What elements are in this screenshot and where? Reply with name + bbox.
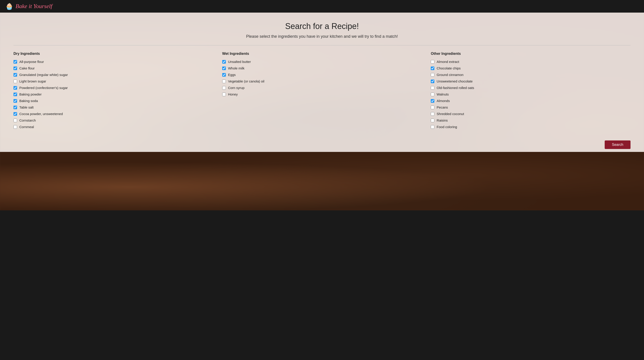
- wet-ingredients-title: Wet Ingredients: [222, 52, 422, 56]
- dry-label-0[interactable]: All-purpose flour: [19, 60, 44, 64]
- list-item[interactable]: All-purpose flour: [14, 60, 213, 64]
- list-item[interactable]: Walnuts: [431, 92, 630, 96]
- other-label-4[interactable]: Old-fashioned rolled oats: [436, 86, 474, 90]
- dry-label-8[interactable]: Cocoa powder, unsweetened: [19, 112, 63, 116]
- navbar: 🧁 Bake it Yourself: [0, 0, 644, 12]
- dry-checkbox-2[interactable]: [14, 73, 17, 77]
- list-item[interactable]: Cocoa powder, unsweetened: [14, 112, 213, 116]
- dry-label-5[interactable]: Baking powder: [19, 92, 42, 96]
- search-button[interactable]: Search: [605, 140, 630, 149]
- other-label-10[interactable]: Food coloring: [436, 125, 457, 129]
- wet-label-5[interactable]: Honey: [228, 92, 238, 96]
- list-item[interactable]: Baking soda: [14, 99, 213, 103]
- other-label-5[interactable]: Walnuts: [436, 92, 449, 96]
- wet-checkbox-4[interactable]: [222, 86, 226, 90]
- dry-checkbox-1[interactable]: [14, 66, 17, 70]
- hero-content: Search for a Recipe! Please select the i…: [0, 12, 644, 138]
- list-item[interactable]: Table salt: [14, 106, 213, 109]
- dry-checkbox-0[interactable]: [14, 60, 17, 64]
- other-label-9[interactable]: Raisins: [436, 118, 448, 122]
- dry-label-9[interactable]: Cornstarch: [19, 118, 36, 122]
- dry-checkbox-10[interactable]: [14, 125, 17, 129]
- dry-label-1[interactable]: Cake flour: [19, 66, 34, 70]
- list-item[interactable]: Unsalted butter: [222, 60, 422, 64]
- dry-checkbox-3[interactable]: [14, 80, 17, 83]
- list-item[interactable]: Unsweetened chocolate: [431, 79, 630, 83]
- list-item[interactable]: Cornstarch: [14, 118, 213, 122]
- wet-label-0[interactable]: Unsalted butter: [228, 60, 251, 64]
- other-label-3[interactable]: Unsweetened chocolate: [436, 79, 472, 83]
- other-checkbox-0[interactable]: [431, 60, 434, 64]
- other-checkbox-5[interactable]: [431, 92, 434, 96]
- wet-checkbox-5[interactable]: [222, 92, 226, 96]
- list-item[interactable]: Light brown sugar: [14, 79, 213, 83]
- list-item[interactable]: Almonds: [431, 99, 630, 103]
- other-label-8[interactable]: Shredded coconut: [436, 112, 464, 116]
- other-checkbox-2[interactable]: [431, 73, 434, 77]
- other-checkbox-8[interactable]: [431, 112, 434, 116]
- hero-section: Search for a Recipe! Please select the i…: [0, 12, 644, 152]
- list-item[interactable]: Old-fashioned rolled oats: [431, 86, 630, 90]
- page-subtitle: Please select the ingredients you have i…: [14, 34, 630, 39]
- ingredients-grid: Dry Ingredients All-purpose flourCake fl…: [14, 52, 630, 132]
- wet-checkbox-1[interactable]: [222, 66, 226, 70]
- other-label-7[interactable]: Pecans: [436, 106, 448, 109]
- dry-label-4[interactable]: Powdered (confectioner's) sugar: [19, 86, 68, 90]
- wet-label-3[interactable]: Vegetable (or canola) oil: [228, 79, 264, 83]
- other-ingredients-list: Almond extractChocolate chipsGround cinn…: [431, 60, 630, 129]
- list-item[interactable]: Pecans: [431, 106, 630, 109]
- dry-checkbox-8[interactable]: [14, 112, 17, 116]
- other-checkbox-10[interactable]: [431, 125, 434, 129]
- list-item[interactable]: Almond extract: [431, 60, 630, 64]
- dry-label-10[interactable]: Cornmeal: [19, 125, 34, 129]
- list-item[interactable]: Eggs: [222, 73, 422, 77]
- list-item[interactable]: Chocolate chips: [431, 66, 630, 70]
- list-item[interactable]: Food coloring: [431, 125, 630, 129]
- list-item[interactable]: Powdered (confectioner's) sugar: [14, 86, 213, 90]
- other-label-6[interactable]: Almonds: [436, 99, 450, 103]
- wet-label-2[interactable]: Eggs: [228, 73, 236, 77]
- list-item[interactable]: Whole milk: [222, 66, 422, 70]
- wet-label-4[interactable]: Corn syrup: [228, 86, 244, 90]
- list-item[interactable]: Vegetable (or canola) oil: [222, 79, 422, 83]
- other-checkbox-3[interactable]: [431, 80, 434, 83]
- list-item[interactable]: Cornmeal: [14, 125, 213, 129]
- dry-ingredients-section: Dry Ingredients All-purpose flourCake fl…: [14, 52, 213, 132]
- wet-ingredients-section: Wet Ingredients Unsalted butterWhole mil…: [222, 52, 422, 132]
- dry-checkbox-7[interactable]: [14, 106, 17, 109]
- page-title: Search for a Recipe!: [14, 22, 630, 31]
- dry-checkbox-5[interactable]: [14, 92, 17, 96]
- navbar-logo-icon: 🧁: [6, 3, 13, 10]
- bottom-image-section: [0, 152, 644, 210]
- other-label-2[interactable]: Ground cinnamon: [436, 73, 463, 77]
- list-item[interactable]: Cake flour: [14, 66, 213, 70]
- list-item[interactable]: Shredded coconut: [431, 112, 630, 116]
- wet-checkbox-2[interactable]: [222, 73, 226, 77]
- list-item[interactable]: Honey: [222, 92, 422, 96]
- wet-checkbox-3[interactable]: [222, 80, 226, 83]
- search-button-container: Search: [0, 138, 644, 152]
- other-ingredients-title: Other Ingredients: [431, 52, 630, 56]
- other-ingredients-section: Other Ingredients Almond extractChocolat…: [431, 52, 630, 132]
- dry-label-3[interactable]: Light brown sugar: [19, 79, 46, 83]
- other-checkbox-1[interactable]: [431, 66, 434, 70]
- wet-checkbox-0[interactable]: [222, 60, 226, 64]
- list-item[interactable]: Granulated (regular white) sugar: [14, 73, 213, 77]
- dry-label-6[interactable]: Baking soda: [19, 99, 38, 103]
- other-label-0[interactable]: Almond extract: [436, 60, 459, 64]
- dry-checkbox-6[interactable]: [14, 99, 17, 103]
- list-item[interactable]: Baking powder: [14, 92, 213, 96]
- other-checkbox-7[interactable]: [431, 106, 434, 109]
- list-item[interactable]: Ground cinnamon: [431, 73, 630, 77]
- other-checkbox-6[interactable]: [431, 99, 434, 103]
- dry-label-2[interactable]: Granulated (regular white) sugar: [19, 73, 68, 77]
- dry-label-7[interactable]: Table salt: [19, 106, 34, 109]
- list-item[interactable]: Corn syrup: [222, 86, 422, 90]
- other-checkbox-9[interactable]: [431, 119, 434, 122]
- dry-checkbox-9[interactable]: [14, 119, 17, 122]
- dry-checkbox-4[interactable]: [14, 86, 17, 90]
- wet-label-1[interactable]: Whole milk: [228, 66, 244, 70]
- other-label-1[interactable]: Chocolate chips: [436, 66, 461, 70]
- list-item[interactable]: Raisins: [431, 118, 630, 122]
- other-checkbox-4[interactable]: [431, 86, 434, 90]
